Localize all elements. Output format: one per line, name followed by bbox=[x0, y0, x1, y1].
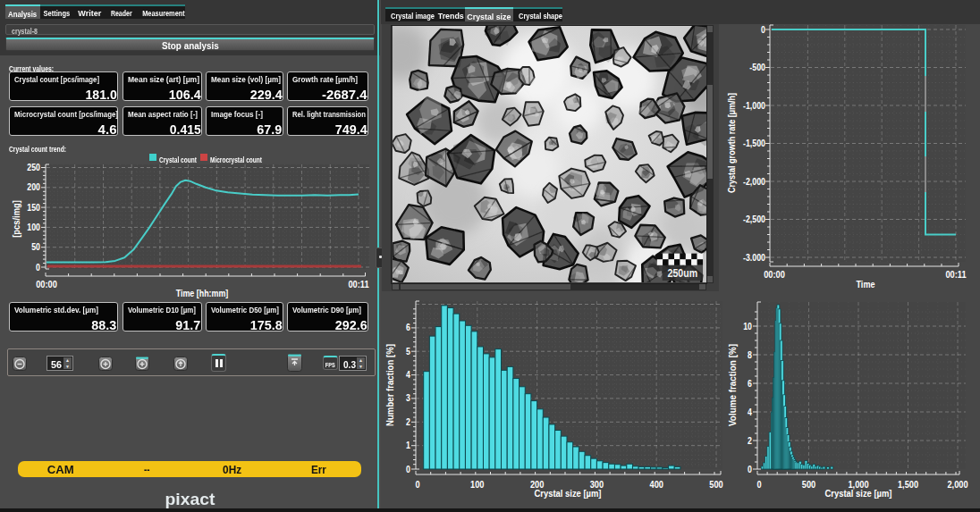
svg-text:[pcs/img]: [pcs/img] bbox=[11, 200, 21, 238]
svg-text:-500: -500 bbox=[749, 62, 765, 72]
svg-text:200: 200 bbox=[27, 181, 40, 192]
svg-text:100: 100 bbox=[27, 222, 40, 232]
svg-text:1,500: 1,500 bbox=[898, 479, 918, 490]
svg-text:Number fraction [%]: Number fraction [%] bbox=[384, 344, 395, 426]
svg-text:00:11: 00:11 bbox=[945, 269, 966, 280]
svg-text:Volume fraction [%]: Volume fraction [%] bbox=[727, 344, 738, 426]
svg-text:5: 5 bbox=[406, 346, 410, 357]
svg-text:2,000: 2,000 bbox=[947, 479, 967, 490]
svg-text:Time [hh:mm]: Time [hh:mm] bbox=[176, 288, 229, 298]
svg-text:6: 6 bbox=[406, 322, 410, 332]
svg-text:500: 500 bbox=[802, 479, 815, 490]
svg-text:250: 250 bbox=[27, 162, 40, 172]
svg-text:Crystal growth rate [µm/h]: Crystal growth rate [µm/h] bbox=[726, 93, 737, 193]
svg-text:0: 0 bbox=[761, 24, 765, 35]
svg-text:2: 2 bbox=[748, 435, 752, 446]
svg-text:250um: 250um bbox=[667, 267, 697, 280]
svg-text:10: 10 bbox=[743, 321, 752, 332]
svg-text:0: 0 bbox=[415, 479, 419, 490]
svg-text:3: 3 bbox=[406, 392, 410, 403]
svg-text:0: 0 bbox=[406, 464, 410, 474]
svg-text:8: 8 bbox=[748, 349, 752, 360]
svg-text:2: 2 bbox=[406, 416, 410, 427]
svg-text:150: 150 bbox=[27, 202, 40, 213]
svg-text:Crystal size [µm]: Crystal size [µm] bbox=[825, 488, 892, 499]
svg-text:6: 6 bbox=[748, 378, 752, 389]
svg-text:Crystal size [µm]: Crystal size [µm] bbox=[535, 488, 602, 499]
svg-text:00:00: 00:00 bbox=[764, 269, 785, 280]
svg-text:-2,000: -2,000 bbox=[743, 176, 765, 187]
svg-text:-2,500: -2,500 bbox=[743, 214, 765, 224]
svg-text:-3.000: -3.000 bbox=[743, 252, 765, 263]
svg-text:0: 0 bbox=[756, 479, 761, 490]
svg-text:-1,000: -1,000 bbox=[743, 100, 765, 111]
svg-text:400: 400 bbox=[650, 479, 663, 490]
svg-text:4: 4 bbox=[406, 369, 410, 380]
svg-text:4: 4 bbox=[748, 407, 752, 417]
svg-text:00:00: 00:00 bbox=[36, 279, 57, 290]
svg-text:50: 50 bbox=[31, 241, 40, 252]
svg-text:0: 0 bbox=[36, 262, 40, 273]
svg-text:100: 100 bbox=[470, 479, 484, 490]
svg-text:-1,500: -1,500 bbox=[743, 138, 765, 148]
svg-text:00:11: 00:11 bbox=[348, 279, 368, 290]
svg-text:1: 1 bbox=[406, 440, 410, 450]
svg-text:Time: Time bbox=[857, 279, 875, 290]
svg-text:0: 0 bbox=[748, 464, 752, 474]
svg-text:500: 500 bbox=[709, 479, 722, 490]
